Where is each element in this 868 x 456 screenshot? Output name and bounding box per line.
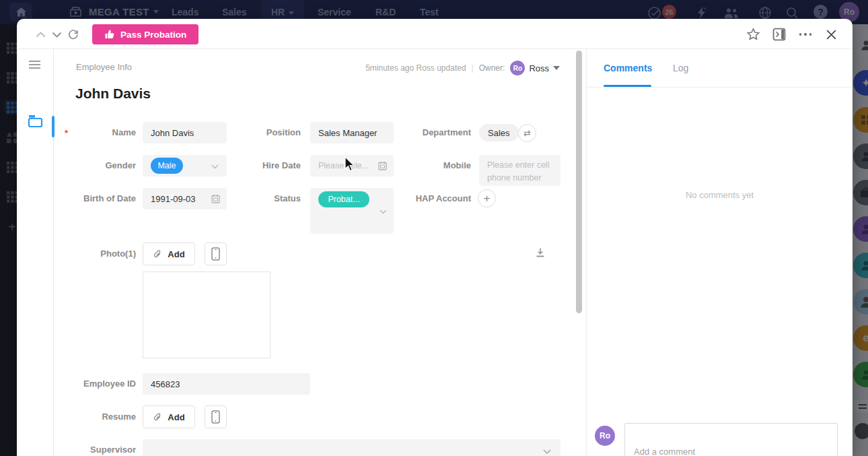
comment-input[interactable] (624, 423, 838, 456)
photo-mobile-upload-button[interactable] (205, 242, 227, 265)
photo-add-button[interactable]: Add (143, 242, 195, 265)
paperclip-icon (153, 412, 163, 422)
thumbs-up-icon (104, 29, 115, 40)
download-icon (535, 247, 546, 258)
hire-date-label: Hire Date (215, 155, 301, 176)
ellipsis-icon (799, 33, 812, 36)
favorite-button[interactable] (746, 27, 760, 42)
resume-label: Resume (54, 405, 136, 428)
name-field[interactable]: John Davis (143, 122, 227, 143)
owner-label: Owner: (479, 63, 505, 73)
close-icon (826, 29, 837, 40)
position-field[interactable]: Sales Manager (310, 122, 394, 143)
employee-id-field[interactable]: 456823 (143, 373, 310, 395)
menu-button[interactable] (29, 61, 40, 71)
section-label: Employee Info (76, 62, 132, 72)
updated-text: 5minutes ago Ross updated (365, 63, 466, 73)
comments-empty-state: No comments yet (587, 190, 853, 200)
department-tag[interactable]: Sales (479, 124, 519, 141)
hap-account-add-button[interactable]: + (478, 189, 496, 207)
folder-icon (28, 114, 43, 128)
records-folder-tab[interactable] (28, 114, 43, 131)
refresh-icon (67, 28, 79, 40)
calendar-icon (378, 161, 387, 170)
plus-icon: + (484, 192, 491, 205)
meta-separator: | (472, 63, 474, 73)
close-modal-button[interactable] (824, 27, 838, 42)
owner-avatar: Ro (510, 61, 525, 75)
more-actions-button[interactable] (798, 27, 813, 42)
tab-comments[interactable]: Comments (604, 63, 652, 73)
gender-value-pill[interactable]: Male (151, 158, 183, 174)
gender-field[interactable]: Male (143, 155, 227, 176)
side-panel-icon (772, 28, 786, 41)
employee-form-content: Employee Info 5minutes ago Ross updated … (54, 49, 586, 456)
chevron-down-icon (543, 449, 551, 455)
supervisor-label: Supervisor (54, 439, 136, 456)
chevron-down-icon (52, 32, 62, 38)
status-field[interactable]: Probat... (310, 188, 394, 234)
download-button[interactable] (535, 247, 546, 261)
hap-account-label: HAP Account (404, 188, 471, 209)
mobile-field[interactable]: Please enter cell phone number (479, 155, 560, 186)
birth-of-date-field[interactable]: 1991-09-03 (143, 188, 227, 209)
gender-label: Gender (54, 155, 136, 176)
department-label: Department (404, 122, 471, 143)
tabs-divider (587, 87, 853, 88)
resume-add-button[interactable]: Add (143, 405, 195, 428)
hire-date-placeholder: Please sele... (318, 161, 371, 170)
supervisor-field[interactable] (143, 439, 560, 456)
pass-probation-button[interactable]: Pass Probation (92, 24, 198, 44)
mobile-placeholder: Please enter cell phone number (487, 159, 552, 185)
photo-label: Photo(1) (54, 242, 136, 265)
record-title: John Davis (75, 86, 151, 102)
mobile-phone-icon (211, 410, 220, 424)
comments-panel: Comments Log No comments yet Ro (586, 49, 853, 456)
chevron-up-icon (36, 32, 46, 38)
content-scrollbar[interactable] (576, 51, 582, 313)
paperclip-icon (153, 249, 163, 259)
owner-caret-icon (553, 66, 560, 70)
mobile-label: Mobile (404, 155, 471, 176)
photo-preview-box[interactable] (143, 271, 270, 358)
status-label: Status (215, 188, 301, 209)
star-icon (746, 28, 760, 42)
next-record-button[interactable] (49, 27, 64, 42)
birth-of-date-value: 1991-09-03 (151, 194, 196, 204)
hire-date-field[interactable]: Please sele... (310, 155, 394, 176)
hamburger-icon (29, 61, 40, 62)
tab-log[interactable]: Log (673, 63, 688, 73)
owner-name: Ross (529, 63, 549, 73)
composer-avatar: Ro (595, 426, 615, 446)
record-meta: 5minutes ago Ross updated | Owner: Ro Ro… (365, 61, 560, 75)
mobile-phone-icon (211, 247, 220, 261)
owner-dropdown[interactable]: Ro Ross (510, 61, 560, 75)
refresh-button[interactable] (66, 27, 81, 42)
status-value-pill[interactable]: Probat... (318, 191, 369, 207)
employee-id-label: Employee ID (54, 373, 136, 395)
name-label: Name (54, 122, 136, 143)
employee-record-modal: Pass Probation Employee Info 5minutes ag… (17, 19, 853, 456)
open-panel-button[interactable] (772, 27, 787, 42)
modal-toolbar: Pass Probation (17, 19, 853, 49)
birth-of-date-label: Birth of Date (54, 188, 136, 209)
chevron-down-icon (379, 209, 387, 214)
swap-icon: ⇄ (523, 128, 531, 138)
position-label: Position (215, 122, 301, 143)
modal-mini-sidebar (17, 49, 54, 456)
prev-record-button[interactable] (33, 27, 48, 42)
resume-mobile-upload-button[interactable] (205, 405, 227, 428)
department-transfer-button[interactable]: ⇄ (518, 124, 536, 142)
